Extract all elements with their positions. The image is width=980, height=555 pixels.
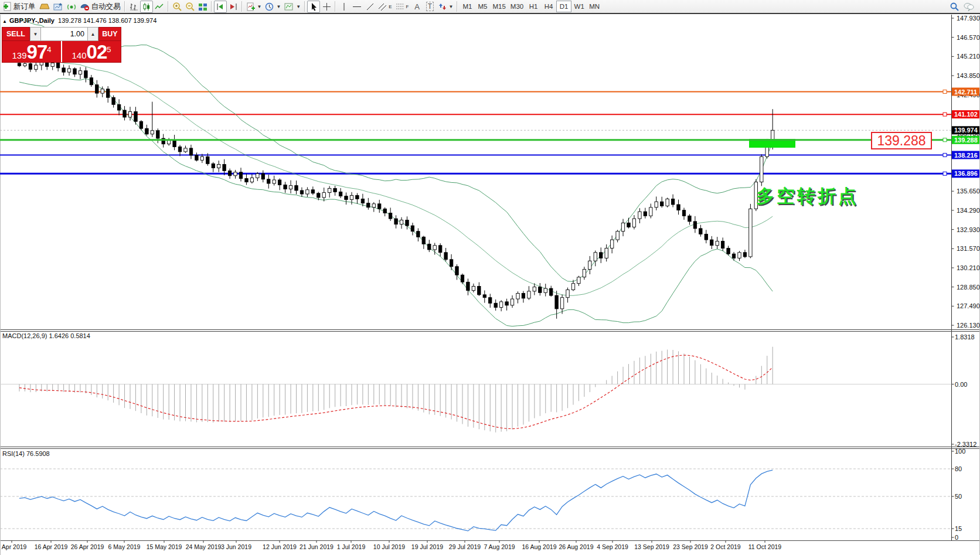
vertical-line-icon [341,2,347,11]
gold-symbol-button[interactable] [38,1,52,13]
auto-scroll-icon [216,2,225,11]
collapse-arrow-icon[interactable]: ▲ [2,19,7,24]
crosshair-button[interactable] [320,1,333,13]
svg-text:142.711: 142.711 [954,88,977,96]
macd-axis-tick: 0.00 [955,381,967,388]
level-lines[interactable] [0,91,952,173]
tile-windows-button[interactable] [196,1,209,13]
fibonacci-tool[interactable]: F [394,1,411,13]
zoom-out-button[interactable] [183,1,196,13]
template-icon [284,2,294,11]
buy-price[interactable]: 140 02 5 [62,41,121,62]
chart-canvas[interactable]: 147.930146.570145.210143.850142.490139.7… [0,0,980,555]
fibo-letter: F [406,4,409,9]
price-callout-box[interactable]: 139.288 [871,132,932,149]
signal-icon [67,2,76,11]
macd-value-main: 1.6426 [49,332,69,339]
vertical-line-tool[interactable] [338,1,351,13]
y-axis-tick: 127.490 [957,302,980,309]
svg-text:139.288: 139.288 [954,137,978,144]
cursor-icon [310,2,318,11]
templates-button[interactable]: ▼ [283,1,302,13]
line-chart-type-button[interactable] [153,1,166,13]
line-handle[interactable] [943,90,947,93]
x-axis-date: 1 Jul 2019 [337,543,366,550]
publish-chart-button[interactable] [52,1,65,13]
auto-scroll-button[interactable] [214,1,227,13]
svg-text:138.216: 138.216 [954,152,978,159]
sell-price[interactable]: 139 97 4 [2,41,61,62]
arrows-tool[interactable]: ▼ [437,1,455,13]
zoom-in-button[interactable] [171,1,183,13]
x-axis-date: 11 Oct 2019 [748,543,782,550]
macd-value-signal: 0.5814 [70,332,90,339]
level-price-label: 136.896 [952,169,979,178]
price-axis[interactable]: 147.930146.570145.210143.850142.490139.7… [952,15,980,541]
text-tool[interactable]: A [411,1,424,13]
toolbar-separator [335,1,336,12]
chat-icon [963,2,975,11]
chart-upload-icon [53,2,63,11]
cursor-button[interactable] [307,1,320,13]
sell-button[interactable]: SELL [2,27,30,41]
candlestick-type-button[interactable] [140,1,153,13]
channel-tool[interactable]: E [376,1,393,13]
periods-button[interactable]: ▼ [263,1,283,13]
rsi-pane [0,469,952,531]
x-axis-date: 7 Aug 2019 [484,543,515,550]
text-label-tool[interactable]: T [424,1,437,13]
signal-button[interactable] [65,1,78,13]
x-axis-date: 4 Sep 2019 [597,543,628,550]
x-axis-date: 12 Jun 2019 [263,543,297,550]
trendline-tool[interactable] [363,1,376,13]
line-handle[interactable] [943,138,947,142]
x-axis-date: 15 May 2019 [147,543,182,550]
candlesticks [18,57,774,319]
x-axis-date: 21 Jun 2019 [300,543,334,550]
search-button[interactable] [948,1,961,13]
buy-button[interactable]: BUY [98,27,121,41]
toolbar-separator [211,1,212,12]
x-axis-date: 26 Aug 2019 [559,543,594,550]
x-axis-date: 24 May 2019 [186,543,222,550]
timeframe-MN[interactable]: MN [587,1,602,12]
chart-shift-button[interactable] [227,1,240,13]
rsi-axis-tick: 50 [955,493,962,500]
time-axis[interactable]: 7 Apr 201916 Apr 201926 Apr 20196 May 20… [0,540,781,550]
line-handle[interactable] [943,154,947,157]
timeframe-M5[interactable]: M5 [475,1,490,12]
ohlc-values: 139.278 141.476 138.607 139.974 [58,17,156,24]
y-axis-tick: 145.210 [957,53,980,60]
line-handle[interactable] [943,172,947,175]
timeframe-W1[interactable]: W1 [571,1,587,12]
y-axis-tick: 126.130 [957,322,980,329]
toolbar-separator [457,1,458,12]
macd-axis-tick: -2.3312 [955,441,976,448]
timeframe-D1[interactable]: D1 [556,1,571,12]
timeframe-M1[interactable]: M1 [460,1,475,12]
volume-decrease-button[interactable]: ▼ [30,27,41,41]
volume-input[interactable]: 1.00 [41,27,87,41]
level-price-label: 142.711 [952,88,979,96]
rsi-value: 76.5908 [26,450,50,457]
indicators-button[interactable]: ▼ [244,1,264,13]
timeframe-H1[interactable]: H1 [526,1,541,12]
buy-price-big: 02 [87,43,107,61]
bar-chart-type-button[interactable] [127,1,140,13]
chat-button[interactable] [961,1,976,13]
dropdown-caret-icon: ▼ [276,4,281,9]
rsi-axis-tick: 80 [955,465,962,472]
new-order-button[interactable]: 新订单 [1,1,38,13]
label-tool-letter: T [426,2,434,11]
toolbar-separator [124,1,125,12]
x-axis-date: 10 Jul 2019 [373,543,405,550]
timeframe-H4[interactable]: H4 [541,1,556,12]
timeframe-M15[interactable]: M15 [490,1,508,12]
dropdown-caret-icon: ▼ [257,4,262,9]
volume-increase-button[interactable]: ▲ [87,27,98,41]
horizontal-line-tool[interactable] [351,1,363,13]
timeframe-M30[interactable]: M30 [508,1,526,12]
x-axis-date: 23 Sep 2019 [673,543,708,550]
auto-trading-button[interactable]: 自动交易 [78,1,122,13]
line-handle[interactable] [943,113,947,116]
